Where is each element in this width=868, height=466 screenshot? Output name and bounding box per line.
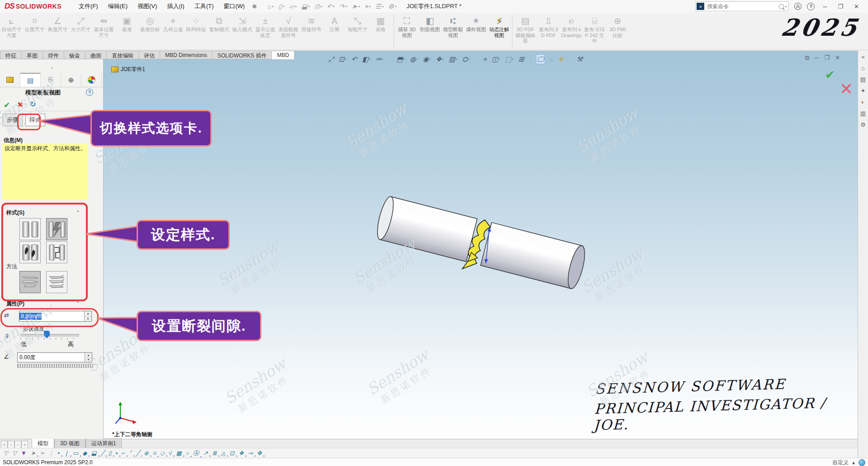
headsup-icon[interactable]: ❘▾ [474, 56, 479, 63]
pin-icon[interactable]: ✱ [252, 3, 257, 10]
command-tab[interactable]: 特征 [0, 51, 22, 59]
sketch-tool-icon[interactable]: ≣▾ [212, 450, 217, 456]
headsup-icon[interactable]: ◧▾ [361, 54, 372, 64]
ribbon-button[interactable]: ℮ 发布到 eDrawings [560, 14, 583, 49]
help-icon[interactable]: ? [807, 3, 815, 10]
command-tab[interactable]: 评估 [139, 51, 160, 59]
window-control-button[interactable]: ─ [820, 3, 830, 10]
user-account-icon[interactable] [794, 3, 802, 10]
ribbon-button[interactable]: ⛶ 捕获 3D 视图 [395, 14, 418, 49]
doc-window-button[interactable]: ⧉ [805, 54, 809, 62]
menu-item[interactable]: 窗口(W) [219, 0, 249, 12]
headsup-icon[interactable]: ⊞▾ [517, 54, 526, 64]
ribbon-button[interactable]: ▤ 3D PDF 模板编辑器 [514, 14, 537, 49]
task-pane-icon[interactable]: ▥ [860, 110, 866, 117]
command-tab[interactable]: SOLIDWORKS 插件 [213, 51, 272, 59]
sketch-tool-icon[interactable]: ▪▾ [116, 450, 118, 456]
shape-strength-slider[interactable] [20, 334, 79, 337]
search-icon[interactable] [779, 4, 784, 9]
command-tab[interactable]: 直接编辑 [107, 51, 139, 59]
sketch-tool-icon[interactable]: ➤▾ [31, 450, 36, 456]
ribbon-button[interactable]: ⧉ 复制模式 [208, 14, 231, 49]
task-pane-icon[interactable]: « [861, 53, 864, 60]
feature-tree-root[interactable]: JOE零件1 [111, 66, 145, 73]
qat-button[interactable]: ▱▾ [288, 2, 298, 11]
qat-button[interactable]: ⬓▾ [300, 2, 311, 11]
sketch-tool-icon[interactable]: ❘▾ [49, 450, 54, 456]
confirm-ok-button[interactable]: ✔ [825, 68, 835, 82]
sketch-tool-icon[interactable]: ▼▾ [21, 450, 27, 456]
command-tab[interactable]: 焊件 [43, 51, 64, 59]
sketch-tool-icon[interactable]: •▾ [58, 450, 60, 456]
ribbon-button[interactable]: ⌗ 位置尺寸 [23, 14, 46, 49]
sketch-tool-icon[interactable]: ⌕▾ [185, 450, 189, 457]
window-control-button[interactable]: ✕ [851, 3, 862, 10]
qat-button[interactable]: ☰▾ [374, 2, 385, 11]
sketch-tool-icon[interactable]: ▽▾ [12, 450, 17, 456]
sketch-tool-icon[interactable]: ⊕▾ [144, 450, 149, 456]
headsup-icon[interactable]: ✛▾ [556, 54, 565, 64]
headsup-icon[interactable]: ⬚▾ [504, 54, 515, 64]
ribbon-button[interactable]: ⌸ 发布 STEP 242 文件 [583, 14, 606, 49]
doc-window-button[interactable]: ─ [815, 54, 819, 62]
menu-item[interactable]: 插入(I) [162, 0, 189, 12]
menu-item[interactable]: 工具(T) [190, 0, 218, 12]
headsup-icon[interactable]: ↶▾ [350, 54, 359, 64]
ribbon-button[interactable]: ⁘ 阵列特征 [185, 14, 208, 49]
sketch-tool-icon[interactable]: ▦▾ [176, 450, 181, 456]
qat-button[interactable]: ↷▾ [338, 2, 349, 11]
headsup-icon[interactable]: 🖵▾ [536, 54, 545, 64]
headsup-icon[interactable]: ⬒▾ [395, 54, 406, 64]
doc-window-button[interactable]: ❐ [825, 54, 830, 62]
sketch-tool-icon[interactable]: ◆▾ [82, 450, 87, 456]
ribbon-button[interactable]: √ 表面粗糙度符号 [277, 14, 300, 49]
sketch-tool-icon[interactable]: ⌗▾ [153, 450, 156, 457]
ribbon-button[interactable]: ⇲ 输入模式 [231, 14, 254, 49]
sketch-tool-icon[interactable]: ➣▾ [40, 450, 45, 456]
collapse-chevron-icon[interactable]: ⌃ [76, 301, 80, 306]
tab-nav-button[interactable]: ‹ [8, 441, 14, 448]
panel-help-icon[interactable]: ? [86, 89, 93, 96]
sketch-tool-icon[interactable]: ❘▾ [64, 450, 69, 456]
sketch-tool-icon[interactable]: ▽▾ [4, 450, 8, 456]
sketch-tool-icon[interactable]: ⊡▾ [230, 450, 235, 456]
headsup-icon[interactable]: ◍▾ [408, 54, 419, 64]
qat-button[interactable]: ⌂▾ [266, 2, 275, 11]
customize-label[interactable]: 自定义 [832, 459, 849, 466]
ribbon-button[interactable]: ◧ 剖面视图 [418, 14, 441, 49]
tab-nav-button[interactable]: » [21, 441, 28, 448]
command-tab[interactable]: 钣金 [64, 51, 85, 59]
sketch-tool-icon[interactable]: ▯▾ [108, 450, 111, 456]
search-caret-icon[interactable]: ▾ [785, 5, 787, 9]
ribbon-button[interactable]: ⟀ 自动尺寸方案 [0, 14, 23, 49]
ribbon-button[interactable]: ⤡ 智能尺寸 [346, 14, 369, 49]
sketch-tool-icon[interactable]: ↗▾ [203, 450, 208, 456]
sketch-tool-icon[interactable]: Ⓐ▾ [193, 449, 199, 457]
sketch-tool-icon[interactable]: ▭▾ [73, 450, 78, 456]
ribbon-button[interactable]: ± 显示公差状态 [254, 14, 277, 49]
ribbon-button[interactable]: A 注释 [323, 14, 346, 49]
headsup-icon[interactable]: ⛭▾ [461, 54, 471, 64]
ribbon-button[interactable]: ⊕ 3D PMI 比较 [606, 14, 629, 49]
ribbon-button[interactable]: ⇹ 基本位置尺寸 [92, 14, 115, 49]
ok-button[interactable]: ✔ [4, 100, 10, 110]
task-pane-icon[interactable]: ✦ [861, 87, 866, 94]
ribbon-button[interactable]: ⤢ 大小尺寸 [69, 14, 92, 49]
document-tab[interactable]: 运动算例1 [85, 438, 122, 448]
feature-manager-tab[interactable] [0, 73, 20, 87]
qat-button[interactable]: ➤▾ [351, 2, 361, 11]
sketch-tool-icon[interactable]: ◇▾ [160, 450, 165, 456]
ribbon-button[interactable]: ▦ 表格 [369, 14, 392, 49]
task-pane-icon[interactable]: ▤ [860, 76, 866, 83]
headsup-icon[interactable]: ⚒▾ [575, 54, 584, 64]
ribbon-button[interactable]: ⑆ 模型断裂视图 [441, 14, 465, 49]
ribbon-button[interactable]: ⌖ 几何公差 [161, 14, 185, 49]
headsup-icon[interactable]: ◉▾ [422, 54, 432, 64]
search-box[interactable]: » ▾ [695, 1, 789, 11]
headsup-icon[interactable]: ❖▾ [434, 54, 445, 64]
command-tab[interactable]: MBD [272, 51, 294, 59]
menu-item[interactable]: 编辑(E) [104, 0, 132, 12]
headsup-icon[interactable]: ⤢▾ [327, 54, 335, 64]
command-tab[interactable]: 草图 [22, 51, 43, 59]
menu-item[interactable]: 文件(F) [74, 0, 103, 12]
